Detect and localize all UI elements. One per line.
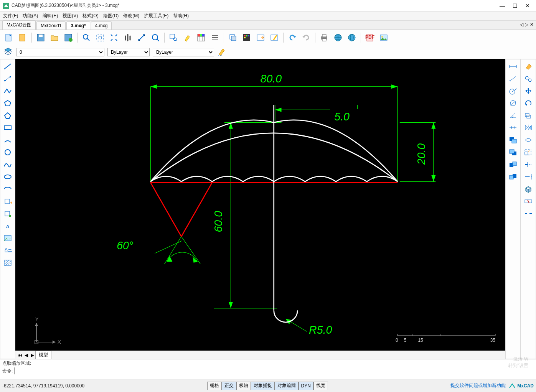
tab-close-icon[interactable]: ✕: [530, 22, 534, 27]
zoom-window-button[interactable]: [94, 32, 106, 43]
mirror-tool[interactable]: [522, 122, 534, 133]
model-tab[interactable]: 模型: [35, 351, 51, 359]
polygon2-tool[interactable]: [2, 110, 14, 121]
new-cloud-button[interactable]: [17, 32, 28, 43]
model-next-icon[interactable]: ▶: [29, 352, 35, 358]
toggle-grid[interactable]: 栅格: [207, 382, 222, 390]
import-button[interactable]: [269, 32, 280, 43]
dim-angular-tool[interactable]: [507, 110, 519, 121]
layer-select[interactable]: 0: [16, 48, 104, 56]
web2-button[interactable]: [346, 32, 358, 43]
mtext-tool[interactable]: A三: [2, 245, 14, 256]
ellipse-arc-tool[interactable]: [2, 184, 14, 194]
highlight-button[interactable]: [181, 32, 193, 43]
toggle-lwt[interactable]: 线宽: [313, 382, 328, 390]
zoom-button[interactable]: [150, 32, 161, 43]
minimize-button[interactable]: —: [500, 3, 505, 9]
block-create-tool[interactable]: [2, 208, 14, 219]
scale-tool[interactable]: [522, 147, 534, 158]
layers-button[interactable]: [3, 46, 13, 58]
layer-back-tool[interactable]: [507, 147, 519, 158]
stretch-tool[interactable]: [522, 135, 534, 145]
tab-scroll-left-icon[interactable]: ◁: [520, 22, 523, 27]
image-button[interactable]: [378, 32, 389, 43]
trim-tool[interactable]: [522, 159, 534, 170]
model-first-icon[interactable]: ⏮: [17, 352, 23, 358]
drawing-canvas[interactable]: 80.0 5.0 20.0: [15, 59, 505, 351]
break-point-tool[interactable]: [522, 208, 534, 219]
linetype-select[interactable]: ByLayer: [153, 48, 214, 56]
dim-radius-tool[interactable]: [507, 86, 519, 96]
dim-continue-tool[interactable]: [507, 122, 519, 133]
zoom-extents-button[interactable]: [108, 32, 120, 43]
dim-diameter-tool[interactable]: [507, 98, 519, 109]
block-insert-tool[interactable]: +: [2, 196, 14, 207]
circle-tool[interactable]: [2, 147, 14, 158]
menu-format[interactable]: 格式(O): [82, 13, 98, 19]
image-tool[interactable]: [2, 233, 14, 244]
maximize-button[interactable]: ☐: [513, 3, 518, 9]
toggle-dyn[interactable]: DYN: [299, 382, 313, 390]
layer-front-tool[interactable]: [507, 135, 519, 145]
rotate-tool[interactable]: [522, 98, 534, 109]
layer-below-tool[interactable]: [507, 171, 519, 182]
toggle-otrack[interactable]: 对象追踪: [275, 382, 299, 390]
menu-draw[interactable]: 绘图(D): [103, 13, 119, 19]
save-button[interactable]: [35, 32, 46, 43]
erase-tool[interactable]: [522, 61, 534, 72]
pdf-button[interactable]: PDF: [364, 32, 376, 43]
palette-button[interactable]: [241, 32, 252, 43]
dim-aligned-tool[interactable]: [507, 73, 519, 84]
ray-tool[interactable]: [2, 73, 14, 84]
line-tool[interactable]: [2, 61, 14, 72]
print-button[interactable]: [318, 32, 330, 43]
list-button[interactable]: [209, 32, 221, 43]
menu-modify[interactable]: 修改(M): [123, 13, 139, 19]
tab-3mxg[interactable]: 3.mxg*: [66, 21, 90, 30]
menu-edit[interactable]: 编辑(E): [43, 13, 58, 19]
model-prev-icon[interactable]: ◀: [23, 352, 29, 358]
menu-file[interactable]: 文件(F): [3, 13, 18, 19]
menu-help[interactable]: 帮助(H): [173, 13, 189, 19]
menu-function[interactable]: 功能(A): [23, 13, 38, 19]
tab-scroll-right-icon[interactable]: ▷: [525, 22, 528, 27]
polyline-tool[interactable]: [2, 86, 14, 96]
move-tool[interactable]: [522, 86, 534, 96]
tab-mxcad-cloud[interactable]: MxCAD云图: [2, 20, 36, 30]
polygon-tool[interactable]: [2, 98, 14, 109]
find-button[interactable]: [168, 32, 179, 43]
grid-button[interactable]: [195, 32, 207, 43]
toggle-polar[interactable]: 极轴: [236, 382, 251, 390]
redo-button[interactable]: [300, 32, 312, 43]
copy-button[interactable]: [227, 32, 239, 43]
arc-tool[interactable]: [2, 135, 14, 145]
ellipse-tool[interactable]: [2, 171, 14, 182]
spline-tool[interactable]: [2, 159, 14, 170]
toggle-osnap[interactable]: 对象捕捉: [251, 382, 275, 390]
menu-view[interactable]: 视图(V): [63, 13, 78, 19]
zoom-realtime-button[interactable]: [81, 32, 92, 43]
tab-4mxg[interactable]: 4.mxg: [91, 21, 112, 30]
measure-button[interactable]: [136, 32, 147, 43]
edit-pencil-button[interactable]: [217, 47, 226, 57]
dim-linear-tool[interactable]: [507, 61, 519, 72]
export-button[interactable]: [255, 32, 266, 43]
open-button[interactable]: [49, 32, 60, 43]
feedback-link[interactable]: 提交软件问题或增加新功能: [450, 382, 506, 389]
command-input[interactable]: [14, 367, 534, 374]
toggle-ortho[interactable]: 正交: [222, 382, 236, 390]
hatch-tool[interactable]: [2, 257, 14, 268]
web-button[interactable]: [332, 32, 344, 43]
rectangle-tool[interactable]: [2, 122, 14, 133]
copy-tool[interactable]: [522, 73, 534, 84]
extend-tool[interactable]: [522, 171, 534, 182]
tab-mxcloud1[interactable]: MxCloud1: [36, 21, 66, 30]
close-button[interactable]: ✕: [525, 3, 530, 9]
undo-button[interactable]: [287, 32, 298, 43]
text-tool[interactable]: A: [2, 221, 14, 231]
offset-tool[interactable]: [522, 110, 534, 121]
layer-above-tool[interactable]: [507, 159, 519, 170]
3d-tool[interactable]: [522, 184, 534, 194]
break-tool[interactable]: [522, 196, 534, 207]
pan-button[interactable]: [122, 32, 134, 43]
